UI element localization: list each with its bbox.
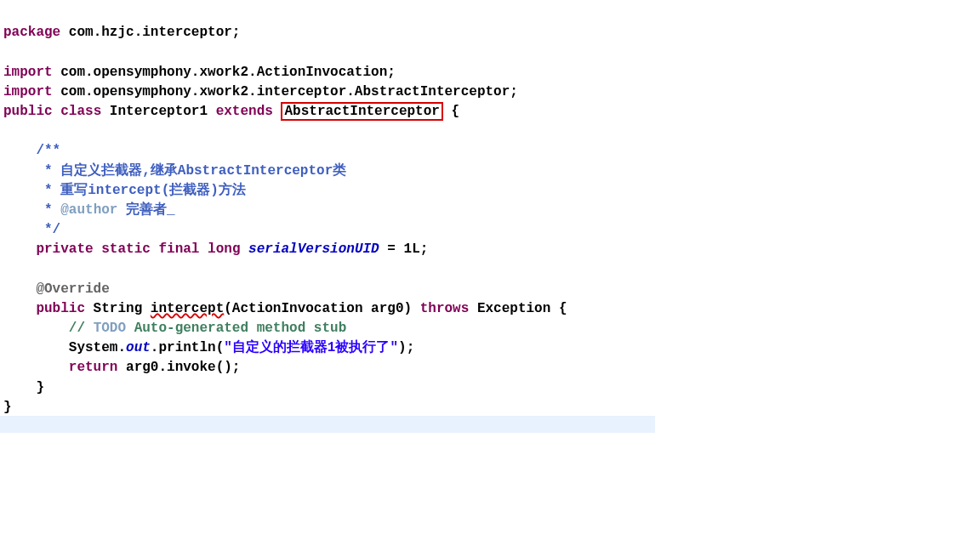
javadoc-line-1: * 自定义拦截器,继承AbstractInterceptor类 — [3, 163, 346, 179]
serial-rest: = 1L; — [379, 241, 429, 257]
keyword-throws: throws — [420, 301, 470, 316]
line-3: import com.opensymphony.xwork2.ActionInv… — [3, 65, 396, 80]
annotation-override: @Override — [36, 281, 109, 297]
return-rest: arg0.invoke(); — [117, 360, 240, 375]
javadoc-line-3: * @author 完善者_ — [3, 202, 175, 218]
keyword-extends: extends — [216, 104, 273, 119]
javadoc-author-tag: @author — [60, 202, 117, 218]
import-1: com.opensymphony.xwork2.ActionInvocation… — [53, 65, 396, 80]
line-4: import com.opensymphony.xwork2.intercept… — [3, 84, 518, 99]
keyword-public: public — [36, 301, 85, 316]
println-post: ); — [398, 340, 414, 355]
import-2: com.opensymphony.xwork2.interceptor.Abst… — [53, 84, 518, 99]
throws-rest: Exception { — [469, 301, 567, 316]
keyword-package: package — [3, 25, 60, 40]
highlighted-type: AbstractInterceptor — [281, 102, 442, 121]
code-editor: package com.hzjc.interceptor; import com… — [0, 0, 980, 418]
class-name: Interceptor1 — [101, 104, 215, 119]
keyword-final: final — [158, 241, 199, 257]
line-return: return arg0.invoke(); — [3, 360, 240, 375]
method-params: (ActionInvocation arg0) — [224, 301, 419, 316]
line-println: System.out.println("自定义的拦截器1被执行了"); — [3, 340, 414, 355]
open-brace: { — [443, 104, 459, 119]
close-class: } — [3, 400, 12, 415]
return-type: String — [85, 301, 151, 316]
line-override: @Override — [3, 281, 110, 297]
keyword-class: class — [60, 104, 101, 119]
out-field: out — [126, 340, 151, 355]
line-1: package com.hzjc.interceptor; — [3, 25, 240, 40]
line-todo: // TODO Auto-generated method stub — [3, 321, 346, 336]
todo-rest: Auto-generated method stub — [126, 321, 346, 336]
close-method: } — [3, 380, 44, 395]
keyword-static: static — [101, 241, 151, 257]
keyword-import: import — [3, 84, 53, 99]
javadoc-prefix: * — [3, 202, 60, 218]
javadoc-close: */ — [3, 222, 60, 237]
comment-prefix: // — [3, 321, 94, 336]
javadoc-line-2: * 重写intercept(拦截器)方法 — [3, 183, 246, 198]
line-method-sig: public String intercept(ActionInvocation… — [3, 301, 567, 316]
println-pre: .println( — [151, 340, 224, 355]
javadoc-open: /** — [3, 143, 60, 158]
keyword-long: long — [208, 241, 240, 257]
serial-field: serialVersionUID — [248, 241, 379, 257]
keyword-return: return — [69, 360, 118, 375]
javadoc-author-value: 完善者_ — [117, 202, 174, 218]
todo-keyword: TODO — [94, 321, 126, 336]
keyword-private: private — [36, 241, 93, 257]
package-name: com.hzjc.interceptor; — [60, 25, 240, 40]
line-serial: private static final long serialVersionU… — [3, 241, 428, 257]
end-highlight-bar — [0, 416, 655, 433]
keyword-import: import — [3, 65, 53, 80]
method-name-warning: intercept — [151, 301, 224, 316]
sysout-prefix: System. — [3, 340, 126, 355]
string-literal: "自定义的拦截器1被执行了" — [224, 340, 398, 355]
line-5: public class Interceptor1 extends Abstra… — [3, 102, 459, 121]
keyword-public: public — [3, 104, 53, 119]
